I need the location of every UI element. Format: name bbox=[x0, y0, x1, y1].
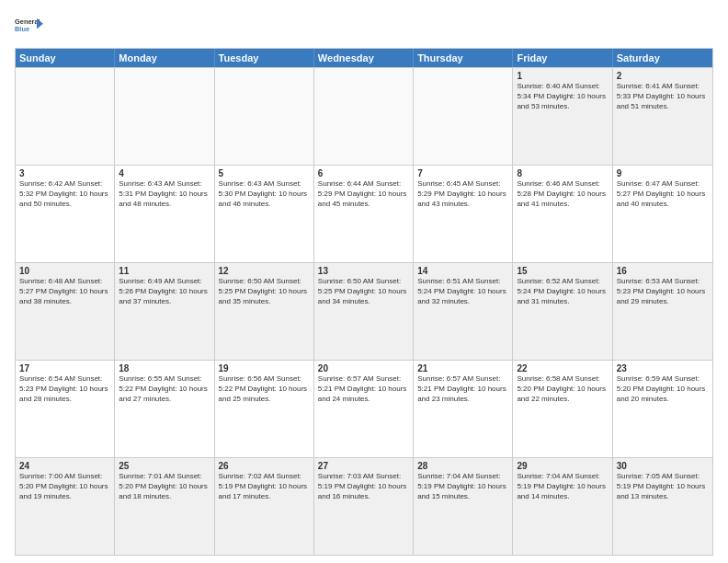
cell-data: Sunrise: 6:48 AM Sunset: 5:27 PM Dayligh… bbox=[19, 277, 110, 306]
calendar-week-4: 17Sunrise: 6:54 AM Sunset: 5:23 PM Dayli… bbox=[16, 360, 712, 457]
cal-header-wednesday: Wednesday bbox=[314, 49, 414, 67]
calendar-cell: 22Sunrise: 6:58 AM Sunset: 5:20 PM Dayli… bbox=[513, 361, 612, 457]
cell-data: Sunrise: 6:44 AM Sunset: 5:29 PM Dayligh… bbox=[318, 179, 409, 209]
day-number: 11 bbox=[119, 266, 210, 276]
day-number: 27 bbox=[318, 461, 409, 471]
cell-data: Sunrise: 6:57 AM Sunset: 5:21 PM Dayligh… bbox=[318, 374, 409, 404]
calendar-cell: 5Sunrise: 6:43 AM Sunset: 5:30 PM Daylig… bbox=[215, 166, 314, 262]
calendar-cell: 29Sunrise: 7:04 AM Sunset: 5:19 PM Dayli… bbox=[513, 458, 612, 555]
day-number: 8 bbox=[517, 168, 608, 178]
cal-header-sunday: Sunday bbox=[16, 49, 115, 67]
cell-data: Sunrise: 6:43 AM Sunset: 5:30 PM Dayligh… bbox=[219, 179, 310, 209]
calendar-cell: 15Sunrise: 6:52 AM Sunset: 5:24 PM Dayli… bbox=[513, 263, 612, 360]
day-number: 3 bbox=[19, 168, 110, 178]
calendar-cell: 26Sunrise: 7:02 AM Sunset: 5:19 PM Dayli… bbox=[215, 458, 314, 555]
cell-data: Sunrise: 6:42 AM Sunset: 5:32 PM Dayligh… bbox=[19, 179, 110, 209]
day-number: 26 bbox=[219, 461, 310, 471]
day-number: 30 bbox=[617, 461, 709, 471]
day-number: 12 bbox=[219, 266, 310, 276]
day-number: 28 bbox=[417, 461, 508, 471]
calendar-cell: 4Sunrise: 6:43 AM Sunset: 5:31 PM Daylig… bbox=[115, 166, 214, 262]
calendar-cell: 10Sunrise: 6:48 AM Sunset: 5:27 PM Dayli… bbox=[16, 263, 115, 360]
calendar-cell bbox=[16, 68, 115, 165]
day-number: 29 bbox=[517, 461, 608, 471]
calendar-cell: 16Sunrise: 6:53 AM Sunset: 5:23 PM Dayli… bbox=[613, 263, 712, 360]
cell-data: Sunrise: 7:05 AM Sunset: 5:19 PM Dayligh… bbox=[617, 472, 709, 501]
calendar-cell: 6Sunrise: 6:44 AM Sunset: 5:29 PM Daylig… bbox=[314, 166, 414, 262]
header: GeneralBlue bbox=[15, 11, 713, 40]
day-number: 20 bbox=[318, 363, 409, 373]
cell-data: Sunrise: 6:51 AM Sunset: 5:24 PM Dayligh… bbox=[417, 277, 508, 306]
cell-data: Sunrise: 6:47 AM Sunset: 5:27 PM Dayligh… bbox=[617, 179, 709, 209]
day-number: 9 bbox=[617, 168, 709, 178]
calendar-cell: 2Sunrise: 6:41 AM Sunset: 5:33 PM Daylig… bbox=[613, 68, 712, 165]
calendar-cell: 7Sunrise: 6:45 AM Sunset: 5:29 PM Daylig… bbox=[414, 166, 513, 262]
calendar-cell: 28Sunrise: 7:04 AM Sunset: 5:19 PM Dayli… bbox=[414, 458, 513, 555]
cell-data: Sunrise: 6:58 AM Sunset: 5:20 PM Dayligh… bbox=[517, 374, 608, 404]
cal-header-friday: Friday bbox=[513, 49, 612, 67]
day-number: 21 bbox=[417, 363, 508, 373]
calendar-cell: 1Sunrise: 6:40 AM Sunset: 5:34 PM Daylig… bbox=[513, 68, 612, 165]
calendar-cell: 13Sunrise: 6:50 AM Sunset: 5:25 PM Dayli… bbox=[314, 263, 414, 360]
cell-data: Sunrise: 6:49 AM Sunset: 5:26 PM Dayligh… bbox=[119, 277, 210, 306]
calendar-cell bbox=[414, 68, 513, 165]
day-number: 22 bbox=[517, 363, 608, 373]
calendar-cell bbox=[314, 68, 414, 165]
calendar-cell bbox=[115, 68, 214, 165]
calendar-cell: 11Sunrise: 6:49 AM Sunset: 5:26 PM Dayli… bbox=[115, 263, 214, 360]
calendar: SundayMondayTuesdayWednesdayThursdayFrid… bbox=[15, 48, 713, 556]
calendar-week-2: 3Sunrise: 6:42 AM Sunset: 5:32 PM Daylig… bbox=[16, 165, 712, 262]
calendar-cell: 8Sunrise: 6:46 AM Sunset: 5:28 PM Daylig… bbox=[513, 166, 612, 262]
cell-data: Sunrise: 6:57 AM Sunset: 5:21 PM Dayligh… bbox=[417, 374, 508, 404]
cell-data: Sunrise: 7:03 AM Sunset: 5:19 PM Dayligh… bbox=[318, 472, 409, 501]
calendar-week-5: 24Sunrise: 7:00 AM Sunset: 5:20 PM Dayli… bbox=[16, 457, 712, 555]
cell-data: Sunrise: 7:01 AM Sunset: 5:20 PM Dayligh… bbox=[119, 472, 210, 501]
calendar-cell: 3Sunrise: 6:42 AM Sunset: 5:32 PM Daylig… bbox=[16, 166, 115, 262]
calendar-cell: 17Sunrise: 6:54 AM Sunset: 5:23 PM Dayli… bbox=[16, 361, 115, 457]
cell-data: Sunrise: 7:04 AM Sunset: 5:19 PM Dayligh… bbox=[417, 472, 508, 501]
day-number: 24 bbox=[19, 461, 110, 471]
calendar-cell: 12Sunrise: 6:50 AM Sunset: 5:25 PM Dayli… bbox=[215, 263, 314, 360]
calendar-cell: 25Sunrise: 7:01 AM Sunset: 5:20 PM Dayli… bbox=[115, 458, 214, 555]
svg-text:Blue: Blue bbox=[15, 25, 29, 33]
calendar-cell: 30Sunrise: 7:05 AM Sunset: 5:19 PM Dayli… bbox=[613, 458, 712, 555]
calendar-body: 1Sunrise: 6:40 AM Sunset: 5:34 PM Daylig… bbox=[16, 67, 712, 555]
logo-icon: GeneralBlue bbox=[15, 11, 44, 40]
cal-header-saturday: Saturday bbox=[613, 49, 712, 67]
calendar-cell: 21Sunrise: 6:57 AM Sunset: 5:21 PM Dayli… bbox=[414, 361, 513, 457]
page: GeneralBlue SundayMondayTuesdayWednesday… bbox=[0, 0, 728, 563]
calendar-header-row: SundayMondayTuesdayWednesdayThursdayFrid… bbox=[16, 49, 712, 67]
cal-header-monday: Monday bbox=[115, 49, 214, 67]
cell-data: Sunrise: 6:59 AM Sunset: 5:20 PM Dayligh… bbox=[617, 374, 709, 404]
cell-data: Sunrise: 6:55 AM Sunset: 5:22 PM Dayligh… bbox=[119, 374, 210, 404]
calendar-cell bbox=[215, 68, 314, 165]
day-number: 13 bbox=[318, 266, 409, 276]
day-number: 14 bbox=[417, 266, 508, 276]
calendar-cell: 20Sunrise: 6:57 AM Sunset: 5:21 PM Dayli… bbox=[314, 361, 414, 457]
day-number: 15 bbox=[517, 266, 608, 276]
calendar-cell: 19Sunrise: 6:56 AM Sunset: 5:22 PM Dayli… bbox=[215, 361, 314, 457]
cell-data: Sunrise: 6:43 AM Sunset: 5:31 PM Dayligh… bbox=[119, 179, 210, 209]
calendar-cell: 18Sunrise: 6:55 AM Sunset: 5:22 PM Dayli… bbox=[115, 361, 214, 457]
day-number: 2 bbox=[617, 71, 709, 81]
cell-data: Sunrise: 6:52 AM Sunset: 5:24 PM Dayligh… bbox=[517, 277, 608, 306]
calendar-week-1: 1Sunrise: 6:40 AM Sunset: 5:34 PM Daylig… bbox=[16, 67, 712, 165]
day-number: 7 bbox=[417, 168, 508, 178]
day-number: 16 bbox=[617, 266, 709, 276]
cell-data: Sunrise: 6:53 AM Sunset: 5:23 PM Dayligh… bbox=[617, 277, 709, 306]
calendar-week-3: 10Sunrise: 6:48 AM Sunset: 5:27 PM Dayli… bbox=[16, 262, 712, 360]
cell-data: Sunrise: 7:04 AM Sunset: 5:19 PM Dayligh… bbox=[517, 472, 608, 501]
cell-data: Sunrise: 6:50 AM Sunset: 5:25 PM Dayligh… bbox=[219, 277, 310, 306]
day-number: 6 bbox=[318, 168, 409, 178]
logo: GeneralBlue bbox=[15, 11, 44, 40]
cell-data: Sunrise: 6:45 AM Sunset: 5:29 PM Dayligh… bbox=[417, 179, 508, 209]
day-number: 19 bbox=[219, 363, 310, 373]
day-number: 10 bbox=[19, 266, 110, 276]
day-number: 25 bbox=[119, 461, 210, 471]
day-number: 18 bbox=[119, 363, 210, 373]
calendar-cell: 27Sunrise: 7:03 AM Sunset: 5:19 PM Dayli… bbox=[314, 458, 414, 555]
calendar-cell: 23Sunrise: 6:59 AM Sunset: 5:20 PM Dayli… bbox=[613, 361, 712, 457]
cell-data: Sunrise: 7:00 AM Sunset: 5:20 PM Dayligh… bbox=[19, 472, 110, 501]
cell-data: Sunrise: 6:41 AM Sunset: 5:33 PM Dayligh… bbox=[617, 82, 709, 111]
calendar-cell: 24Sunrise: 7:00 AM Sunset: 5:20 PM Dayli… bbox=[16, 458, 115, 555]
